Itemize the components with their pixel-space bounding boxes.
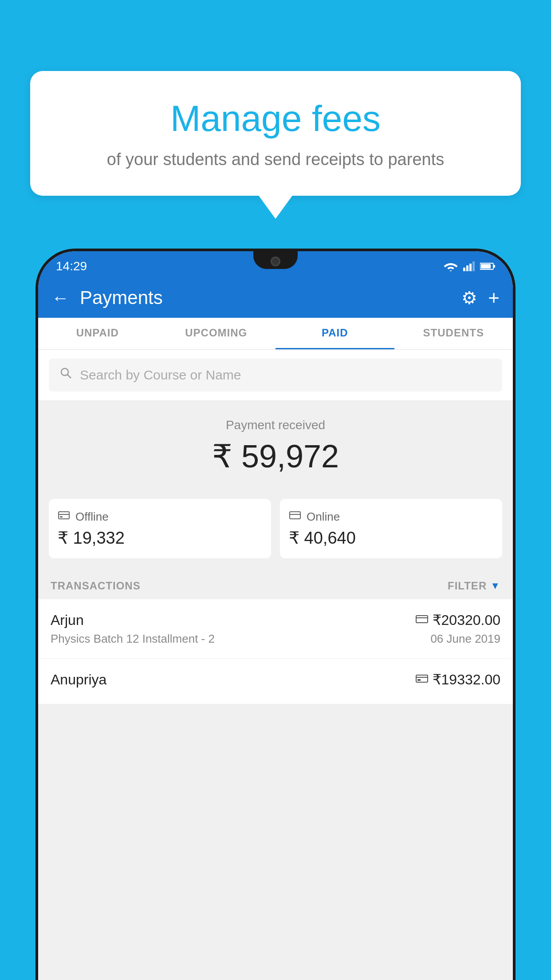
back-button[interactable]: ← [51, 288, 69, 308]
speech-bubble: Manage fees of your students and send re… [30, 71, 521, 196]
phone-notch [253, 251, 298, 269]
svg-rect-14 [416, 616, 428, 623]
status-icons [444, 261, 495, 271]
svg-rect-12 [290, 512, 300, 519]
phone-frame: 14:29 [35, 249, 516, 980]
transaction-item[interactable]: Arjun ₹20320.00 Physics [38, 599, 513, 659]
transaction-course: Physics Batch 12 Installment - 2 [51, 632, 215, 646]
transaction-amount-wrap: ₹20320.00 [416, 612, 500, 628]
svg-rect-18 [417, 679, 421, 681]
transaction-amount: ₹19332.00 [433, 671, 500, 688]
transaction-amount-wrap: ₹19332.00 [416, 671, 500, 688]
search-placeholder: Search by Course or Name [80, 368, 241, 383]
offline-label: Offline [75, 510, 109, 524]
front-camera [271, 257, 280, 266]
payment-total-amount: ₹ 59,972 [49, 438, 502, 475]
tab-paid[interactable]: PAID [276, 318, 394, 349]
payment-cards: Offline ₹ 19,332 Online ₹ 4 [38, 488, 513, 569]
transaction-list: Arjun ₹20320.00 Physics [38, 599, 513, 704]
battery-icon [480, 262, 495, 270]
tabs-container: UNPAID UPCOMING PAID STUDENTS [38, 318, 513, 350]
transaction-date: 06 June 2019 [430, 632, 500, 646]
online-card: Online ₹ 40,640 [280, 499, 502, 558]
app-header: ← Payments ⚙ + [38, 278, 513, 318]
phone-inner: 14:29 [38, 251, 513, 980]
transaction-item[interactable]: Anupriya ₹19332.00 [38, 659, 513, 704]
tab-upcoming[interactable]: UPCOMING [157, 318, 276, 349]
wifi-icon [444, 261, 458, 271]
payment-received-label: Payment received [49, 418, 502, 432]
transaction-name: Anupriya [51, 672, 106, 688]
offline-amount: ₹ 19,332 [58, 528, 262, 548]
payment-summary: Payment received ₹ 59,972 [38, 400, 513, 488]
transaction-name: Arjun [51, 612, 84, 628]
payment-offline-icon [416, 673, 428, 687]
online-amount: ₹ 40,640 [289, 528, 493, 548]
online-label: Online [307, 510, 340, 524]
transaction-top-row: Arjun ₹20320.00 [51, 612, 500, 628]
filter-icon: ▼ [490, 580, 500, 592]
search-icon [59, 367, 73, 383]
svg-rect-2 [469, 264, 472, 271]
offline-card: Offline ₹ 19,332 [49, 499, 271, 558]
bubble-title: Manage fees [48, 98, 503, 139]
transaction-bottom-row: Physics Batch 12 Installment - 2 06 June… [51, 632, 500, 646]
status-time: 14:29 [56, 259, 87, 273]
svg-rect-11 [60, 516, 63, 518]
filter-button[interactable]: FILTER ▼ [448, 580, 500, 592]
svg-rect-0 [463, 268, 465, 271]
svg-rect-3 [472, 261, 475, 271]
offline-card-header: Offline [58, 510, 262, 524]
settings-icon[interactable]: ⚙ [461, 288, 477, 308]
search-bar[interactable]: Search by Course or Name [49, 359, 502, 391]
online-card-header: Online [289, 510, 493, 524]
header-title: Payments [80, 287, 451, 308]
svg-rect-1 [466, 265, 468, 271]
transactions-header: TRANSACTIONS FILTER ▼ [38, 569, 513, 599]
bubble-subtitle: of your students and send receipts to pa… [48, 150, 503, 169]
svg-rect-16 [416, 675, 428, 682]
tab-unpaid[interactable]: UNPAID [38, 318, 157, 349]
search-container: Search by Course or Name [38, 350, 513, 400]
svg-rect-9 [59, 512, 69, 519]
phone-screen: 14:29 [38, 251, 513, 980]
payment-online-icon [416, 613, 428, 627]
signal-icon [463, 261, 475, 271]
transactions-label: TRANSACTIONS [51, 580, 141, 592]
svg-rect-6 [493, 265, 495, 268]
transaction-amount: ₹20320.00 [433, 612, 500, 628]
tab-students[interactable]: STUDENTS [394, 318, 513, 349]
add-button[interactable]: + [488, 287, 500, 309]
transaction-top-row: Anupriya ₹19332.00 [51, 671, 500, 688]
filter-label: FILTER [448, 580, 487, 592]
svg-line-8 [67, 375, 71, 378]
svg-point-7 [61, 368, 68, 375]
svg-rect-5 [481, 264, 491, 269]
online-icon [289, 510, 301, 524]
offline-icon [58, 510, 70, 524]
